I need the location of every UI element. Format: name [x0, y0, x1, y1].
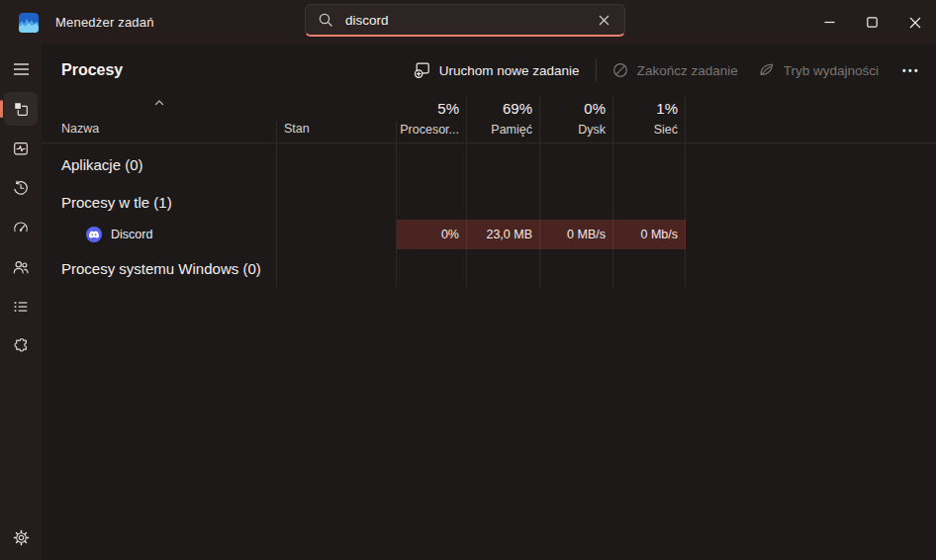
empty-cell [467, 143, 540, 185]
status-cell [277, 220, 397, 249]
disk-cell: 0 MB/s [540, 220, 613, 249]
memory-column-label: Pamięć [491, 123, 532, 137]
group-row-apps[interactable]: Aplikacje (0) [42, 143, 936, 185]
leaf-icon [758, 62, 775, 78]
group-row-background-processes[interactable]: Procesy w tle (1) [42, 185, 936, 220]
cpu-column-label: Procesor... [400, 123, 459, 137]
sidebar-item-startup-apps[interactable] [4, 211, 38, 244]
settings-gear-icon [13, 529, 30, 546]
discord-app-icon [86, 227, 102, 242]
minimize-button[interactable] [808, 0, 851, 45]
empty-cell [540, 185, 613, 220]
toolbar-separator [596, 58, 597, 82]
search-icon [319, 13, 332, 27]
content-pane: Procesy Uruchom nowe zadanie [42, 45, 936, 560]
sidebar-item-services[interactable] [4, 329, 38, 363]
disk-total-usage: 0% [584, 100, 606, 117]
startup-apps-icon [12, 219, 30, 236]
details-icon [12, 298, 30, 316]
header-filler [686, 96, 936, 142]
column-header-disk[interactable]: 0% Dysk [540, 96, 613, 142]
page-toolbar: Procesy Uruchom nowe zadanie [42, 45, 936, 96]
empty-cell [686, 249, 936, 287]
disk-column-label: Dysk [578, 123, 606, 137]
sidebar-item-app-history[interactable] [4, 171, 38, 205]
empty-cell [686, 220, 936, 249]
run-new-task-button[interactable]: Uruchom nowe zadanie [404, 56, 590, 84]
more-options-button[interactable]: ••• [889, 57, 928, 84]
close-button[interactable] [893, 0, 936, 45]
menu-toggle-button[interactable] [4, 52, 38, 86]
sidebar-item-details[interactable] [4, 290, 38, 324]
sidebar [0, 45, 42, 560]
performance-icon [12, 140, 30, 157]
process-row-discord[interactable]: Discord 0% 23,0 MB 0 MB/s 0 Mb/s [42, 220, 936, 249]
app-history-icon [12, 179, 30, 197]
run-new-task-icon [414, 62, 430, 78]
maximize-button[interactable] [851, 0, 893, 45]
close-icon [599, 15, 609, 26]
sidebar-item-performance[interactable] [4, 132, 38, 165]
hamburger-menu-icon [13, 62, 30, 76]
process-table: Nazwa Stan 5% Procesor... 69% Pamięć 0% … [42, 96, 936, 287]
empty-cell [397, 249, 467, 287]
processes-icon [12, 100, 30, 118]
clear-search-button[interactable] [593, 9, 614, 31]
group-row-windows-processes[interactable]: Procesy systemu Windows (0) [42, 249, 936, 287]
end-task-label: Zakończ zadanie [637, 63, 738, 78]
users-icon [12, 258, 30, 276]
empty-cell [397, 143, 467, 185]
empty-cell [397, 185, 467, 220]
empty-cell [613, 143, 686, 185]
close-icon [909, 17, 921, 29]
efficiency-mode-button[interactable]: Tryb wydajności [748, 56, 889, 84]
empty-cell [277, 185, 397, 220]
column-header-network[interactable]: 1% Sieć [613, 96, 686, 142]
memory-total-usage: 69% [503, 100, 532, 117]
memory-cell: 23,0 MB [467, 220, 540, 249]
column-header-cpu[interactable]: 5% Procesor... [397, 96, 467, 142]
cpu-cell: 0% [397, 220, 467, 249]
efficiency-mode-label: Tryb wydajności [784, 63, 879, 78]
search-input[interactable] [345, 13, 593, 28]
process-name: Discord [111, 228, 152, 241]
minimize-icon [824, 17, 835, 28]
sidebar-item-processes[interactable] [4, 92, 38, 126]
network-column-label: Sieć [654, 123, 678, 137]
empty-cell [613, 185, 686, 220]
network-cell: 0 Mb/s [613, 220, 686, 249]
maximize-icon [867, 17, 878, 28]
empty-cell [467, 249, 540, 287]
page-title: Procesy [61, 61, 123, 79]
window-controls [808, 0, 936, 45]
empty-cell [686, 185, 936, 220]
window-title: Menedżer zadań [55, 15, 154, 30]
selected-indicator [0, 100, 3, 118]
empty-cell [277, 249, 397, 287]
empty-cell [686, 143, 936, 185]
column-header-status[interactable]: Stan [277, 122, 397, 142]
run-new-task-label: Uruchom nowe zadanie [439, 63, 580, 78]
network-total-usage: 1% [656, 100, 678, 117]
group-label: Procesy w tle (1) [42, 185, 277, 220]
empty-cell [467, 185, 540, 220]
sort-ascending-icon [42, 99, 277, 106]
end-task-icon [612, 62, 628, 78]
end-task-button[interactable]: Zakończ zadanie [603, 56, 748, 84]
group-label: Procesy systemu Windows (0) [42, 249, 277, 287]
column-header-name[interactable]: Nazwa [42, 122, 277, 142]
empty-cell [540, 249, 613, 287]
services-icon [12, 337, 30, 355]
task-manager-window: Menedżer zadań [0, 0, 936, 560]
sidebar-item-users[interactable] [4, 250, 38, 284]
titlebar: Menedżer zadań [0, 0, 936, 45]
empty-cell [613, 249, 686, 287]
group-label: Aplikacje (0) [42, 143, 277, 185]
search-box[interactable] [305, 4, 625, 37]
task-manager-icon [19, 13, 39, 33]
sidebar-item-settings[interactable] [4, 520, 38, 554]
cpu-total-usage: 5% [437, 100, 459, 117]
column-header-memory[interactable]: 69% Pamięć [467, 96, 540, 142]
empty-cell [540, 143, 613, 185]
empty-cell [277, 143, 397, 185]
